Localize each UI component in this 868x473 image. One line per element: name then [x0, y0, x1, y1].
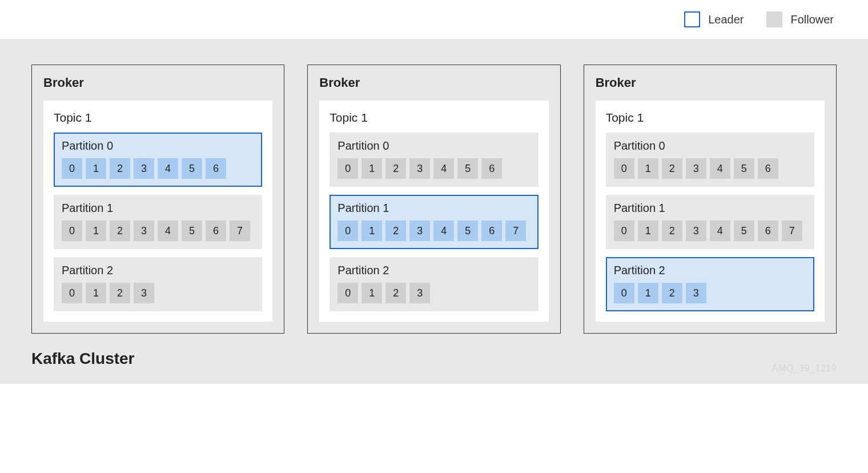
partition-cell: 4 — [158, 221, 178, 241]
broker-title: Broker — [43, 75, 272, 90]
broker: BrokerTopic 1Partition 00123456Partition… — [31, 65, 284, 334]
partition-cell: 2 — [385, 158, 406, 179]
partition-cell: 2 — [662, 283, 682, 303]
partition-cell: 0 — [614, 283, 634, 303]
partition: Partition 00123456 — [329, 133, 538, 187]
partition-title: Partition 1 — [614, 202, 806, 215]
partition-title: Partition 0 — [614, 139, 806, 153]
partition-cell: 3 — [134, 221, 154, 241]
partition-cell: 4 — [433, 158, 454, 179]
partition-cell: 2 — [110, 283, 130, 303]
partition-cell: 0 — [337, 283, 358, 303]
partition-cell: 2 — [110, 158, 130, 179]
partition-cell: 3 — [686, 158, 706, 179]
partition-cell: 4 — [158, 158, 178, 179]
partition-cell: 6 — [481, 158, 502, 179]
partition-cell: 2 — [385, 221, 406, 241]
partition-cell: 5 — [734, 221, 754, 241]
partition-title: Partition 0 — [337, 139, 530, 153]
partition-cell: 1 — [86, 283, 106, 303]
topic-title: Topic 1 — [329, 111, 538, 125]
partition-cells: 0123456 — [337, 158, 530, 179]
partition-cell: 6 — [481, 221, 502, 241]
partition-cell: 1 — [361, 221, 382, 241]
partition-title: Partition 2 — [337, 264, 530, 277]
partition-cell: 0 — [614, 221, 634, 241]
partition: Partition 101234567 — [606, 195, 814, 249]
topic-title: Topic 1 — [54, 111, 262, 125]
partition-cell: 7 — [230, 221, 250, 241]
partition-cells: 01234567 — [614, 221, 806, 241]
topic: Topic 1Partition 00123456Partition 10123… — [596, 101, 825, 322]
partition-cell: 5 — [457, 158, 478, 179]
topic: Topic 1Partition 00123456Partition 10123… — [319, 101, 548, 322]
partition-cell: 3 — [134, 283, 154, 303]
partition-cell: 3 — [686, 221, 706, 241]
partition-cell: 0 — [337, 221, 358, 241]
partition-cell: 3 — [409, 283, 430, 303]
partition-cell: 7 — [505, 221, 526, 241]
partition-cells: 0123 — [614, 283, 806, 303]
partitions: Partition 00123456Partition 101234567Par… — [606, 133, 814, 311]
partition-cell: 1 — [638, 158, 658, 179]
kafka-cluster: BrokerTopic 1Partition 00123456Partition… — [0, 39, 868, 384]
partition-cell: 4 — [710, 221, 730, 241]
partition-cell: 7 — [782, 221, 802, 241]
partition: Partition 101234567 — [329, 195, 538, 249]
partition-cell: 5 — [182, 221, 202, 241]
partition-cell: 0 — [62, 158, 82, 179]
partition-cell: 1 — [86, 158, 106, 179]
partition-cell: 6 — [758, 158, 778, 179]
partition-cell: 3 — [409, 158, 430, 179]
brokers-row: BrokerTopic 1Partition 00123456Partition… — [31, 65, 837, 334]
partition-title: Partition 1 — [337, 202, 530, 215]
partition-cell: 1 — [361, 283, 382, 303]
partition-cells: 0123 — [337, 283, 530, 303]
broker: BrokerTopic 1Partition 00123456Partition… — [307, 65, 560, 334]
partitions: Partition 00123456Partition 101234567Par… — [329, 133, 538, 311]
partition-cell: 3 — [134, 158, 154, 179]
partition-cell: 5 — [457, 221, 478, 241]
partition-cells: 01234567 — [337, 221, 530, 241]
partition-title: Partition 0 — [62, 139, 254, 153]
legend: Leader Follower — [0, 0, 868, 39]
leader-swatch-icon — [684, 11, 700, 27]
partition-cell: 4 — [710, 158, 730, 179]
partition-title: Partition 1 — [62, 202, 254, 215]
partition-cells: 0123456 — [62, 158, 254, 179]
partition-cell: 6 — [206, 221, 226, 241]
partition-cell: 3 — [409, 221, 430, 241]
partition-cell: 5 — [734, 158, 754, 179]
partition-cell: 1 — [361, 158, 382, 179]
partition-cells: 0123 — [62, 283, 254, 303]
partition: Partition 20123 — [54, 257, 262, 311]
partition: Partition 00123456 — [54, 133, 262, 187]
partition-cell: 1 — [638, 221, 658, 241]
partition-cell: 5 — [182, 158, 202, 179]
partitions: Partition 00123456Partition 101234567Par… — [54, 133, 262, 311]
broker: BrokerTopic 1Partition 00123456Partition… — [584, 65, 837, 334]
partition: Partition 101234567 — [54, 195, 262, 249]
partition-cell: 3 — [686, 283, 706, 303]
partition-cell: 2 — [385, 283, 406, 303]
partition-title: Partition 2 — [62, 264, 254, 277]
partition: Partition 00123456 — [606, 133, 814, 187]
legend-item-follower: Follower — [766, 11, 834, 27]
follower-swatch-icon — [766, 11, 782, 27]
partition-cell: 0 — [614, 158, 634, 179]
partition-cell: 4 — [433, 221, 454, 241]
broker-title: Broker — [596, 75, 825, 90]
partition-cells: 01234567 — [62, 221, 254, 241]
watermark-label: AMQ_39_1219 — [772, 363, 837, 374]
partition-cells: 0123456 — [614, 158, 806, 179]
legend-leader-label: Leader — [708, 13, 744, 26]
topic: Topic 1Partition 00123456Partition 10123… — [43, 101, 272, 322]
partition: Partition 20123 — [606, 257, 814, 311]
broker-title: Broker — [319, 75, 548, 90]
partition-cell: 2 — [662, 158, 682, 179]
legend-item-leader: Leader — [684, 11, 744, 27]
partition-cell: 2 — [662, 221, 682, 241]
partition-cell: 1 — [86, 221, 106, 241]
partition-cell: 6 — [206, 158, 226, 179]
cluster-title: Kafka Cluster — [31, 350, 837, 368]
